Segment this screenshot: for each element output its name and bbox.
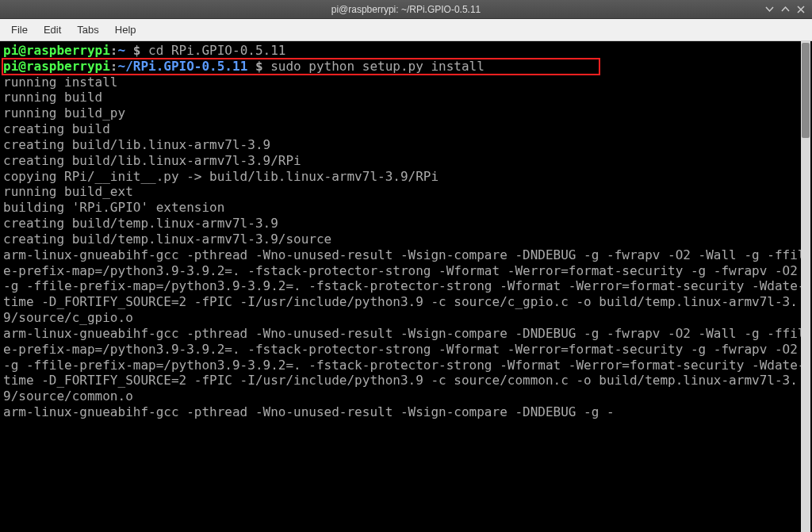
terminal-output-line: arm-linux-gnueabihf-gcc -pthread -Wno-un… xyxy=(3,326,809,404)
scrollbar[interactable] xyxy=(801,41,810,532)
minimize-icon[interactable] xyxy=(764,5,774,14)
terminal-output-line: running build_ext xyxy=(3,184,809,200)
command-text: cd RPi.GPIO-0.5.11 xyxy=(148,43,285,58)
terminal-content[interactable]: pi@raspberrypi:~ $ cd RPi.GPIO-0.5.11pi@… xyxy=(0,41,812,532)
close-icon[interactable] xyxy=(796,5,806,14)
menu-tabs[interactable]: Tabs xyxy=(71,21,105,39)
window-titlebar: pi@raspberrypi: ~/RPi.GPIO-0.5.11 xyxy=(0,0,812,19)
terminal-output-line: arm-linux-gnueabihf-gcc -pthread -Wno-un… xyxy=(3,247,809,326)
window-controls xyxy=(764,5,806,14)
menu-edit[interactable]: Edit xyxy=(37,21,67,39)
terminal-output-line: creating build/lib.linux-armv7l-3.9/RPi xyxy=(3,153,809,169)
command-text: sudo python setup.py install xyxy=(270,59,485,74)
terminal-output-line: running build_py xyxy=(3,105,809,121)
terminal-output-line: arm-linux-gnueabihf-gcc -pthread -Wno-un… xyxy=(3,404,809,420)
terminal-output-line: creating build/temp.linux-armv7l-3.9/sou… xyxy=(3,232,809,247)
menu-file[interactable]: File xyxy=(5,21,34,39)
prompt-colon: : xyxy=(110,43,118,58)
menu-help[interactable]: Help xyxy=(109,21,143,39)
terminal-output-line: creating build xyxy=(3,121,809,137)
terminal-output-line: running build xyxy=(3,90,809,105)
prompt-dollar: $ xyxy=(133,43,148,58)
scrollbar-thumb[interactable] xyxy=(802,43,810,138)
prompt-user: pi@raspberrypi xyxy=(3,59,110,74)
prompt-dollar: $ xyxy=(255,59,270,74)
prompt-path: ~ xyxy=(118,43,133,58)
terminal-output-line: copying RPi/__init__.py -> build/lib.lin… xyxy=(3,169,809,185)
terminal-output-line: creating build/temp.linux-armv7l-3.9 xyxy=(3,216,809,232)
terminal-output-line: running install xyxy=(3,75,809,90)
terminal-output-line: building 'RPi.GPIO' extension xyxy=(3,200,809,216)
window-title: pi@raspberrypi: ~/RPi.GPIO-0.5.11 xyxy=(331,4,481,15)
menu-bar: File Edit Tabs Help xyxy=(0,19,812,41)
prompt-path: ~/RPi.GPIO-0.5.11 xyxy=(118,59,255,74)
maximize-icon[interactable] xyxy=(780,5,790,14)
prompt-colon: : xyxy=(110,59,118,74)
prompt-user: pi@raspberrypi xyxy=(3,43,110,58)
terminal-output-line: creating build/lib.linux-armv7l-3.9 xyxy=(3,137,809,153)
